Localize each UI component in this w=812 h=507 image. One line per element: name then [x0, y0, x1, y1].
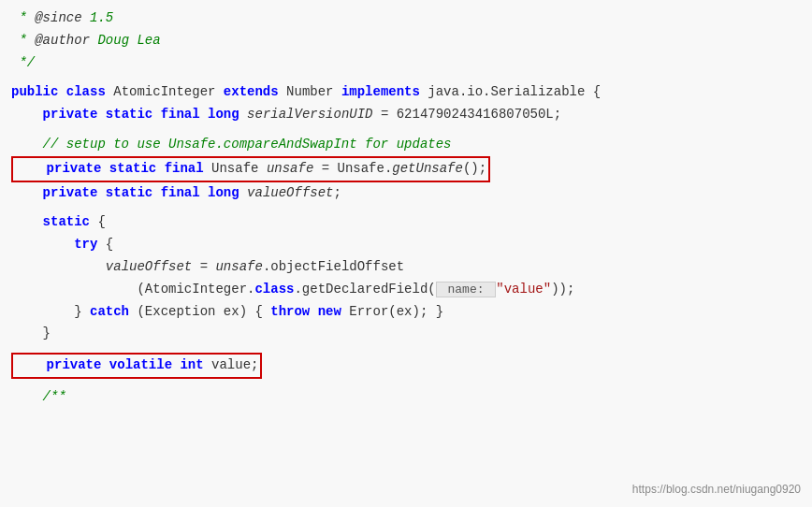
line-content: try { — [11, 234, 801, 256]
code-line: static { — [0, 211, 812, 234]
code-line: } — [0, 323, 812, 345]
code-line: private volatile int value; — [0, 353, 812, 379]
line-content: } — [11, 323, 801, 345]
line-content: (AtomicInteger.class.getDeclaredField( n… — [11, 279, 801, 301]
code-line: private static final Unsafe unsafe = Uns… — [0, 156, 812, 182]
code-line: public class AtomicInteger extends Numbe… — [0, 81, 812, 104]
watermark: https://blog.csdn.net/niugang0920 — [632, 483, 801, 496]
line-content: private volatile int value; — [11, 353, 801, 379]
line-content: private static final long valueOffset; — [11, 182, 801, 205]
code-line: valueOffset = unsafe.objectFieldOffset — [0, 256, 812, 279]
line-content: * @author Doug Lea — [11, 30, 801, 52]
code-line: private static final long serialVersionU… — [0, 104, 812, 126]
line-content: } catch (Exception ex) { throw new Error… — [11, 301, 801, 324]
line-content: */ — [11, 52, 801, 75]
line-content: private static final long serialVersionU… — [11, 104, 801, 126]
line-content: * @since 1.5 — [11, 7, 801, 30]
code-line: */ — [0, 52, 812, 75]
code-line: // setup to use Unsafe.compareAndSwapInt… — [0, 134, 812, 156]
line-content: public class AtomicInteger extends Numbe… — [11, 81, 801, 104]
code-line: (AtomicInteger.class.getDeclaredField( n… — [0, 279, 812, 301]
code-line: * @author Doug Lea — [0, 30, 812, 52]
code-line: } catch (Exception ex) { throw new Error… — [0, 301, 812, 324]
line-content: /** — [11, 386, 801, 409]
code-line: * @since 1.5 — [0, 7, 812, 30]
code-container: * @since 1.5 * @author Doug Lea */public… — [0, 0, 812, 416]
code-line: private static final long valueOffset; — [0, 182, 812, 205]
code-line: /** — [0, 386, 812, 409]
line-content: // setup to use Unsafe.compareAndSwapInt… — [11, 134, 801, 156]
line-content: static { — [11, 211, 801, 234]
line-content: valueOffset = unsafe.objectFieldOffset — [11, 256, 801, 279]
code-line: try { — [0, 234, 812, 256]
line-content: private static final Unsafe unsafe = Uns… — [11, 156, 801, 182]
